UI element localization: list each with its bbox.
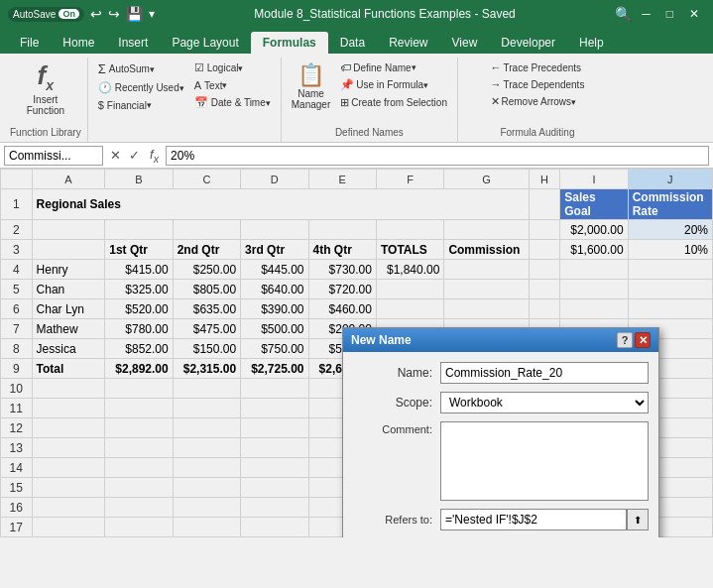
recently-used-button[interactable]: 🕐 Recently Used ▾ [94,79,188,96]
cell-e6[interactable]: $460.00 [308,299,376,319]
date-time-button[interactable]: 📅 Date & Time ▾ [190,94,275,111]
cancel-formula-button[interactable]: ✕ [107,148,124,163]
cell-d9[interactable]: $2,725.00 [241,359,308,379]
cell-d2[interactable] [241,220,308,240]
cell-b8[interactable]: $852.00 [105,339,173,359]
cell-f5[interactable] [376,280,443,299]
col-header-f[interactable]: F [376,170,443,189]
tab-file[interactable]: File [8,32,51,54]
cell-i6[interactable] [560,299,628,319]
col-header-g[interactable]: G [444,170,529,189]
cell-i1[interactable]: Sales Goal [560,189,628,220]
dialog-help-button[interactable]: ? [617,332,633,348]
col-header-c[interactable]: C [173,170,240,189]
cell-e5[interactable]: $720.00 [308,280,376,299]
cell-e4[interactable]: $730.00 [308,260,376,280]
tab-help[interactable]: Help [567,32,616,54]
cell-a8[interactable]: Jessica [32,339,105,359]
remove-arrows-button[interactable]: ✕ Remove Arrows ▾ [487,93,589,110]
cell-d8[interactable]: $750.00 [241,339,308,359]
name-box[interactable]: Commissi... [4,146,103,166]
create-from-selection-button[interactable]: ⊞ Create from Selection [336,94,451,111]
cell-b5[interactable]: $325.00 [105,280,173,299]
col-header-e[interactable]: E [308,170,376,189]
confirm-formula-button[interactable]: ✓ [126,148,143,163]
cell-h5[interactable] [529,280,560,299]
cell-h3[interactable] [529,240,560,260]
cell-j1[interactable]: Commission Rate [628,189,712,220]
formula-input[interactable]: 20% [166,146,709,166]
cell-b4[interactable]: $415.00 [105,260,173,280]
search-icon[interactable]: 🔍 [615,6,632,22]
close-button[interactable]: ✕ [683,5,705,23]
maximize-button[interactable]: □ [660,5,679,23]
use-in-formula-button[interactable]: 📌 Use in Formula ▾ [336,76,451,93]
cell-c8[interactable]: $150.00 [173,339,240,359]
redo-icon[interactable]: ↪ [108,6,120,22]
cell-d5[interactable]: $640.00 [241,280,308,299]
cell-d7[interactable]: $500.00 [241,319,308,339]
cell-i5[interactable] [560,280,628,299]
dialog-scope-select[interactable]: Workbook Sheet1 [440,392,649,413]
tab-developer[interactable]: Developer [489,32,567,54]
col-header-i[interactable]: I [560,170,628,189]
name-manager-button[interactable]: 📋 Name Manager [288,59,334,119]
cell-a9[interactable]: Total [32,359,105,379]
cell-j2[interactable]: 20% [628,220,712,240]
cell-i4[interactable] [560,260,628,280]
financial-button[interactable]: $ Financial ▾ [94,97,188,113]
col-header-j[interactable]: J [628,170,712,189]
dialog-name-input[interactable] [440,362,649,384]
cell-i3[interactable]: $1,600.00 [560,240,628,260]
col-header-b[interactable]: B [105,170,173,189]
cell-f6[interactable] [376,299,443,319]
cell-c7[interactable]: $475.00 [173,319,240,339]
cell-d4[interactable]: $445.00 [241,260,308,280]
cell-c2[interactable] [173,220,240,240]
cell-h4[interactable] [529,260,560,280]
cell-e3[interactable]: 4th Qtr [308,240,376,260]
cell-d6[interactable]: $390.00 [241,299,308,319]
text-button[interactable]: A Text ▾ [190,77,275,93]
tab-formulas[interactable]: Formulas [251,32,328,54]
dialog-refers-input[interactable] [440,509,627,530]
cell-h1[interactable] [529,189,560,220]
col-header-d[interactable]: D [241,170,308,189]
autosum-button[interactable]: Σ AutoSum ▾ [94,59,188,78]
cell-a1[interactable]: Regional Sales [32,189,529,220]
cell-i2[interactable]: $2,000.00 [560,220,628,240]
cell-a7[interactable]: Mathew [32,319,105,339]
autosave-toggle[interactable]: AutoSave On [8,7,84,22]
logical-button[interactable]: ☑ Logical ▾ [190,59,275,76]
cell-b9[interactable]: $2,892.00 [105,359,173,379]
cell-c9[interactable]: $2,315.00 [173,359,240,379]
minimize-button[interactable]: ─ [636,5,656,23]
tab-data[interactable]: Data [328,32,377,54]
dialog-refers-collapse-button[interactable]: ⬆ [627,509,649,530]
trace-precedents-button[interactable]: ← Trace Precedents [487,59,589,75]
cell-c3[interactable]: 2nd Qtr [173,240,240,260]
insert-function-button[interactable]: fx Insert Function [23,59,68,119]
cell-f3[interactable]: TOTALS [376,240,443,260]
cell-a2[interactable] [32,220,105,240]
cell-c5[interactable]: $805.00 [173,280,240,299]
cell-j6[interactable] [628,299,712,319]
undo-icon[interactable]: ↩ [90,6,102,22]
define-name-button[interactable]: 🏷 Define Name ▾ [336,59,451,75]
cell-a3[interactable] [32,240,105,260]
cell-j5[interactable] [628,280,712,299]
cell-g4[interactable] [444,260,529,280]
cell-b6[interactable]: $520.00 [105,299,173,319]
cell-e2[interactable] [308,220,376,240]
cell-a4[interactable]: Henry [32,260,105,280]
cell-a6[interactable]: Char Lyn [32,299,105,319]
cell-a5[interactable]: Chan [32,280,105,299]
cell-g3[interactable]: Commission [444,240,529,260]
cell-b2[interactable] [105,220,173,240]
dialog-comment-textarea[interactable] [440,421,649,501]
cell-b7[interactable]: $780.00 [105,319,173,339]
tab-insert[interactable]: Insert [106,32,160,54]
cell-b3[interactable]: 1st Qtr [105,240,173,260]
cell-f4[interactable]: $1,840.00 [376,260,443,280]
cell-g6[interactable] [444,299,529,319]
